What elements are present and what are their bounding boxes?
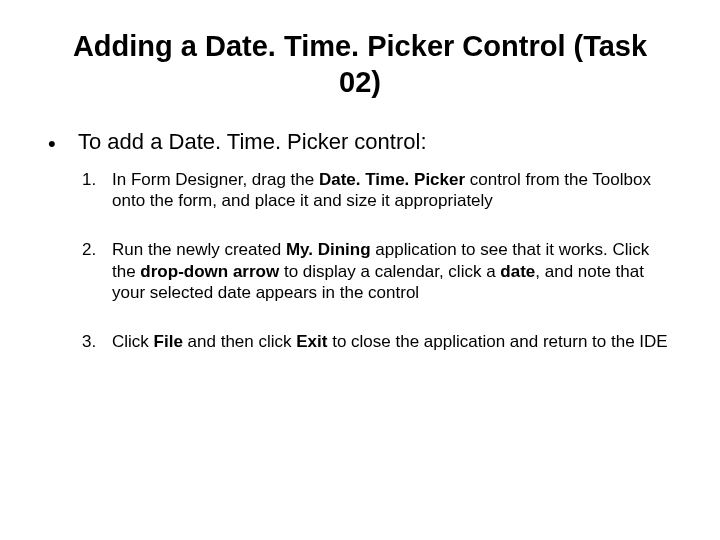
slide-title: Adding a Date. Time. Picker Control (Tas… [72,28,648,101]
content-body: To add a Date. Time. Picker control: In … [78,129,672,381]
bullet-marker: • [48,129,78,155]
step-item: In Form Designer, drag the Date. Time. P… [78,169,672,212]
step-text: In Form Designer, drag the Date. Time. P… [112,170,651,210]
step-item: Click File and then click Exit to close … [78,331,672,352]
step-text: Click File and then click Exit to close … [112,332,668,351]
step-item: Run the newly created My. Dining applica… [78,239,672,303]
steps-list: In Form Designer, drag the Date. Time. P… [78,169,672,353]
intro-text: To add a Date. Time. Picker control: [78,129,672,155]
content-area: • To add a Date. Time. Picker control: I… [48,129,672,381]
step-text: Run the newly created My. Dining applica… [112,240,649,302]
